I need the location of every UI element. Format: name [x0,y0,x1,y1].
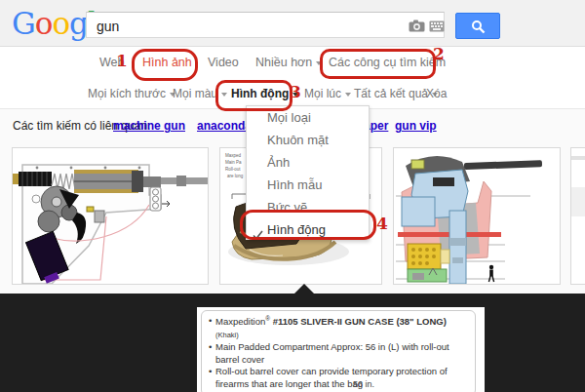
filter-time[interactable]: Mọi lúc [304,87,351,100]
spec-line-2: Main Padded Compartment Approx: 56 in (L… [208,341,471,367]
keyboard-icon[interactable] [429,19,445,36]
image-result-gearbox-diagram[interactable] [12,147,209,285]
search-tools-button[interactable]: Các công cụ tìm kiếm [329,56,446,69]
chevron-down-icon [292,93,298,97]
related-link-gun-vip[interactable]: gun vip [395,119,437,133]
product-spec-card: Maxpedition® #1105 SLIVER-II GUN CASE (3… [201,310,476,392]
menu-item-line-drawing[interactable]: Bức vẽ [247,196,369,218]
menu-item-clipart[interactable]: Hình mẫu [247,174,369,196]
filter-all-results-label: Tất cả kết quả [354,87,428,100]
filter-size-label: Mọi kích thước [88,87,166,100]
partial-image [571,148,585,284]
brand-name: Maxpedition [215,316,265,327]
preview-image[interactable]: Maxpedition® #1105 SLIVER-II GUN CASE (3… [197,307,485,392]
product-title: #1105 SLIVER-II GUN CASE (38" LONG) [273,316,447,327]
filter-time-label: Mọi lúc [304,87,341,100]
image-type-dropdown-menu: Mọi loại Khuôn mặt Ảnh Hình mẫu Bức vẽ H… [246,105,370,240]
thumb-text-fragment: Roll-out [225,167,241,172]
filter-clear[interactable]: Xóa [426,87,447,100]
logo-letter: G [12,6,35,41]
search-box [86,12,445,38]
filter-color[interactable]: Mọi màu [173,87,227,100]
tab-images[interactable]: Hình ảnh [142,56,192,69]
filter-size[interactable]: Mọi kích thước [88,87,176,100]
menu-item-face[interactable]: Khuôn mặt [247,129,369,151]
filter-color-label: Mọi màu [173,87,217,100]
spec-line-1: Maxpedition® #1105 SLIVER-II GUN CASE (3… [208,315,471,341]
chevron-down-icon [221,93,227,97]
spec-line-3: Roll-out barrel cover can provide tempor… [208,366,471,391]
tab-web[interactable]: Web [99,56,124,69]
camera-icon[interactable] [409,19,425,36]
search-mode-tabs: Web Hình ảnh Video Nhiều hơn Các công cụ… [0,47,585,78]
related-link-machine-gun[interactable]: machine gun [113,119,185,133]
filter-type-label: Hình động [231,87,289,100]
logo-letter: o [35,6,53,41]
thumb-text-fragment: are long [227,174,244,178]
pointer-up-arrow [294,284,314,294]
thumb-text-fragment: Main Pa [225,160,242,165]
image-result-partial[interactable] [570,147,585,285]
tab-more-label: Nhiều hơn [255,56,312,69]
menu-item-all-types[interactable]: Mọi loại [247,106,369,129]
tab-video[interactable]: Video [208,56,239,69]
menu-item-animated[interactable]: Hình động [247,218,369,241]
gearbox-diagram-image [13,148,208,284]
filter-type[interactable]: Hình động [231,87,298,100]
thumb-text-fragment: Maxped [225,153,242,158]
google-images-search-page: Google [0,0,585,392]
image-result-naval-gun-diagram[interactable] [393,147,561,285]
logo-letter: o [52,6,69,41]
registered-mark: ® [265,315,270,322]
search-button[interactable] [455,13,500,39]
checkmark-icon [253,224,263,247]
header-bar: Google [0,0,585,47]
menu-item-animated-label: Hình động [267,222,326,237]
chevron-down-icon [316,61,322,65]
search-input[interactable] [95,16,391,36]
menu-item-photo[interactable]: Ảnh [247,151,369,174]
naval-gun-diagram-image [394,148,560,284]
product-color-note: (Khaki) [215,331,239,339]
chevron-down-icon [345,93,351,97]
related-link-anaconda[interactable]: anaconda [197,119,252,133]
tab-more[interactable]: Nhiều hơn [255,56,322,69]
dimension-label: 56 in. [353,379,374,389]
